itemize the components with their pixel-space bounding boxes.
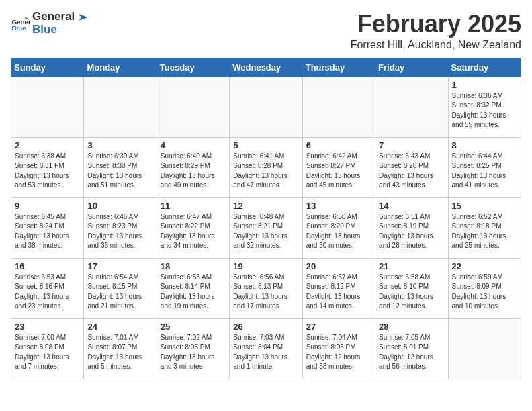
day-info: Sunrise: 6:56 AM Sunset: 8:13 PM Dayligh… [233,273,298,312]
day-number: 23 [15,322,80,332]
header: General Blue General Blue February 2025 … [11,11,521,51]
day-info: Sunrise: 6:53 AM Sunset: 8:16 PM Dayligh… [15,273,80,312]
day-number: 25 [161,322,226,332]
day-info: Sunrise: 6:51 AM Sunset: 8:19 PM Dayligh… [379,212,444,251]
title-section: February 2025 Forrest Hill, Auckland, Ne… [351,11,521,51]
day-number: 2 [15,140,80,150]
day-info: Sunrise: 6:50 AM Sunset: 8:20 PM Dayligh… [306,212,371,251]
day-number: 4 [161,140,226,150]
day-number: 6 [306,140,371,150]
day-info: Sunrise: 7:01 AM Sunset: 8:07 PM Dayligh… [87,333,152,372]
day-info: Sunrise: 7:00 AM Sunset: 8:08 PM Dayligh… [15,333,80,372]
day-number: 14 [379,201,444,211]
day-number: 18 [161,261,226,271]
calendar-cell: 12Sunrise: 6:48 AM Sunset: 8:21 PM Dayli… [230,197,302,258]
calendar-cell: 25Sunrise: 7:02 AM Sunset: 8:05 PM Dayli… [157,318,229,379]
day-info: Sunrise: 6:39 AM Sunset: 8:30 PM Dayligh… [87,152,152,191]
logo-blue: Blue [32,24,88,36]
day-number: 15 [452,201,517,211]
calendar-cell: 18Sunrise: 6:55 AM Sunset: 8:14 PM Dayli… [157,258,229,318]
day-info: Sunrise: 7:04 AM Sunset: 8:03 PM Dayligh… [306,333,371,372]
calendar-cell: 22Sunrise: 6:59 AM Sunset: 8:09 PM Dayli… [448,258,521,318]
day-number: 24 [87,322,152,332]
calendar-cell: 15Sunrise: 6:52 AM Sunset: 8:18 PM Dayli… [448,197,521,258]
day-info: Sunrise: 6:58 AM Sunset: 8:10 PM Dayligh… [379,273,444,312]
day-info: Sunrise: 6:47 AM Sunset: 8:22 PM Dayligh… [161,212,226,251]
calendar-cell: 21Sunrise: 6:58 AM Sunset: 8:10 PM Dayli… [375,258,448,318]
day-info: Sunrise: 6:44 AM Sunset: 8:25 PM Dayligh… [452,152,517,191]
calendar-cell: 13Sunrise: 6:50 AM Sunset: 8:20 PM Dayli… [302,197,375,258]
day-info: Sunrise: 6:42 AM Sunset: 8:27 PM Dayligh… [306,152,371,191]
day-number: 10 [87,201,152,211]
day-info: Sunrise: 6:36 AM Sunset: 8:32 PM Dayligh… [452,91,517,130]
day-number: 12 [233,201,298,211]
calendar-cell [84,77,157,137]
day-number: 7 [379,140,444,150]
day-number: 21 [379,261,444,271]
day-number: 16 [15,261,80,271]
calendar-cell: 5Sunrise: 6:41 AM Sunset: 8:28 PM Daylig… [230,137,302,197]
svg-text:Blue: Blue [11,24,26,31]
day-number: 13 [306,201,371,211]
calendar-cell: 28Sunrise: 7:05 AM Sunset: 8:01 PM Dayli… [375,318,448,379]
calendar-cell [375,77,448,137]
calendar-cell: 7Sunrise: 6:43 AM Sunset: 8:26 PM Daylig… [375,137,448,197]
calendar-cell: 19Sunrise: 6:56 AM Sunset: 8:13 PM Dayli… [230,258,302,318]
month-year-title: February 2025 [351,11,521,38]
day-info: Sunrise: 6:54 AM Sunset: 8:15 PM Dayligh… [87,273,152,312]
day-number: 27 [306,322,371,332]
day-number: 20 [306,261,371,271]
calendar-cell: 3Sunrise: 6:39 AM Sunset: 8:30 PM Daylig… [84,137,157,197]
day-number: 1 [452,80,517,90]
calendar-cell [448,318,521,379]
day-info: Sunrise: 6:52 AM Sunset: 8:18 PM Dayligh… [452,212,517,251]
day-number: 22 [452,261,517,271]
location-subtitle: Forrest Hill, Auckland, New Zealand [351,39,521,51]
weekday-header: Friday [375,58,448,77]
day-number: 19 [233,261,298,271]
calendar-cell: 17Sunrise: 6:54 AM Sunset: 8:15 PM Dayli… [84,258,157,318]
weekday-header: Thursday [302,58,375,77]
logo: General Blue General Blue [11,11,88,36]
logo-icon: General Blue [11,14,30,33]
calendar-cell: 23Sunrise: 7:00 AM Sunset: 8:08 PM Dayli… [11,318,84,379]
calendar-cell: 14Sunrise: 6:51 AM Sunset: 8:19 PM Dayli… [375,197,448,258]
day-info: Sunrise: 6:43 AM Sunset: 8:26 PM Dayligh… [379,152,444,191]
day-number: 11 [161,201,226,211]
day-info: Sunrise: 6:40 AM Sunset: 8:29 PM Dayligh… [161,152,226,191]
calendar-cell: 4Sunrise: 6:40 AM Sunset: 8:29 PM Daylig… [157,137,229,197]
calendar-cell [11,77,84,137]
day-info: Sunrise: 6:48 AM Sunset: 8:21 PM Dayligh… [233,212,298,251]
calendar-cell [157,77,229,137]
calendar-cell: 6Sunrise: 6:42 AM Sunset: 8:27 PM Daylig… [302,137,375,197]
svg-marker-3 [79,14,88,21]
day-number: 3 [87,140,152,150]
day-number: 5 [233,140,298,150]
calendar-cell: 11Sunrise: 6:47 AM Sunset: 8:22 PM Dayli… [157,197,229,258]
calendar-cell: 8Sunrise: 6:44 AM Sunset: 8:25 PM Daylig… [448,137,521,197]
calendar-cell: 16Sunrise: 6:53 AM Sunset: 8:16 PM Dayli… [11,258,84,318]
day-info: Sunrise: 6:45 AM Sunset: 8:24 PM Dayligh… [15,212,80,251]
calendar-cell: 20Sunrise: 6:57 AM Sunset: 8:12 PM Dayli… [302,258,375,318]
calendar-cell: 24Sunrise: 7:01 AM Sunset: 8:07 PM Dayli… [84,318,157,379]
day-number: 17 [87,261,152,271]
calendar-week-row: 16Sunrise: 6:53 AM Sunset: 8:16 PM Dayli… [11,258,521,318]
day-info: Sunrise: 6:55 AM Sunset: 8:14 PM Dayligh… [161,273,226,312]
calendar-week-row: 9Sunrise: 6:45 AM Sunset: 8:24 PM Daylig… [11,197,521,258]
calendar-cell [230,77,302,137]
weekday-header: Sunday [11,58,84,77]
day-number: 26 [233,322,298,332]
day-number: 8 [452,140,517,150]
calendar-cell: 26Sunrise: 7:03 AM Sunset: 8:04 PM Dayli… [230,318,302,379]
day-info: Sunrise: 6:38 AM Sunset: 8:31 PM Dayligh… [15,152,80,191]
weekday-header: Wednesday [230,58,302,77]
logo-wordmark: General Blue [32,11,88,36]
calendar-cell: 2Sunrise: 6:38 AM Sunset: 8:31 PM Daylig… [11,137,84,197]
calendar-week-row: 1Sunrise: 6:36 AM Sunset: 8:32 PM Daylig… [11,77,521,137]
calendar-cell: 27Sunrise: 7:04 AM Sunset: 8:03 PM Dayli… [302,318,375,379]
day-info: Sunrise: 7:05 AM Sunset: 8:01 PM Dayligh… [379,333,444,372]
day-number: 9 [15,201,80,211]
day-info: Sunrise: 6:59 AM Sunset: 8:09 PM Dayligh… [452,273,517,312]
calendar-week-row: 2Sunrise: 6:38 AM Sunset: 8:31 PM Daylig… [11,137,521,197]
day-info: Sunrise: 6:57 AM Sunset: 8:12 PM Dayligh… [306,273,371,312]
